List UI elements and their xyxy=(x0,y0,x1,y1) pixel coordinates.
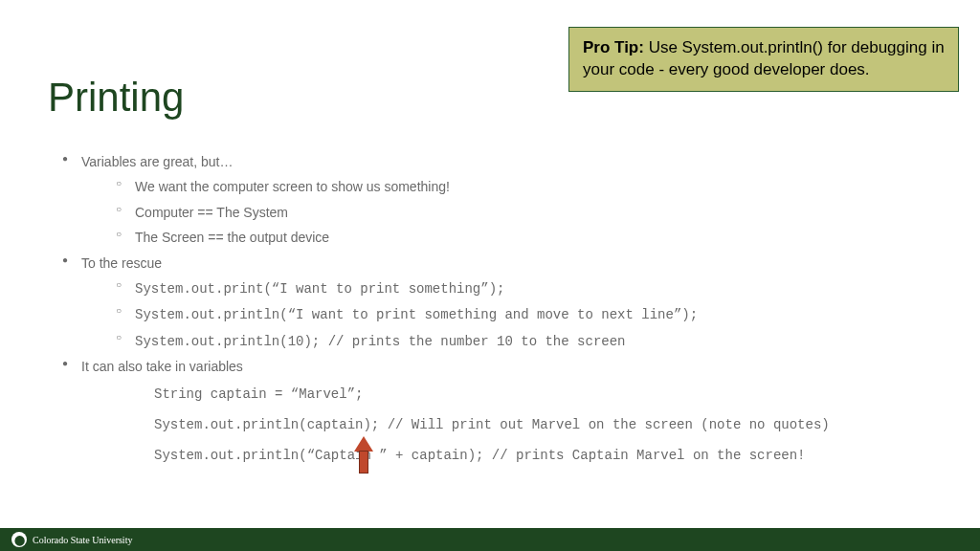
code-line: System.out.println(captain); // Will pri… xyxy=(154,414,943,435)
sub-bullet: The Screen == the output device xyxy=(81,227,943,248)
footer-org: Colorado State University xyxy=(33,535,132,545)
bullet-text: Variables are great, but… xyxy=(81,154,234,169)
arrow-icon xyxy=(355,436,372,473)
university-logo-icon: ⬤ xyxy=(11,532,27,547)
sub-bullet: System.out.print(“I want to print someth… xyxy=(81,277,943,299)
sub-bullet: System.out.println(10); // prints the nu… xyxy=(81,330,943,352)
footer-bar: ⬤ Colorado State University xyxy=(0,528,980,551)
sub-bullet: Computer == The System xyxy=(81,202,943,223)
sub-bullet: System.out.println(“I want to print some… xyxy=(81,303,943,325)
code-line: System.out.println(“Captain ” + captain)… xyxy=(154,445,943,466)
pro-tip-callout: Pro Tip: Use System.out.println() for de… xyxy=(568,27,959,92)
bullet-text: It can also take in variables xyxy=(81,359,243,374)
bullet-text: To the rescue xyxy=(81,255,162,271)
sub-bullet: We want the computer screen to show us s… xyxy=(81,176,943,197)
code-block: String captain = “Marvel”; System.out.pr… xyxy=(81,384,943,467)
slide-content: Variables are great, but… We want the co… xyxy=(62,151,943,476)
code-line: String captain = “Marvel”; xyxy=(154,384,943,405)
pro-tip-label: Pro Tip: xyxy=(583,38,644,56)
slide-title: Printing xyxy=(48,75,184,121)
